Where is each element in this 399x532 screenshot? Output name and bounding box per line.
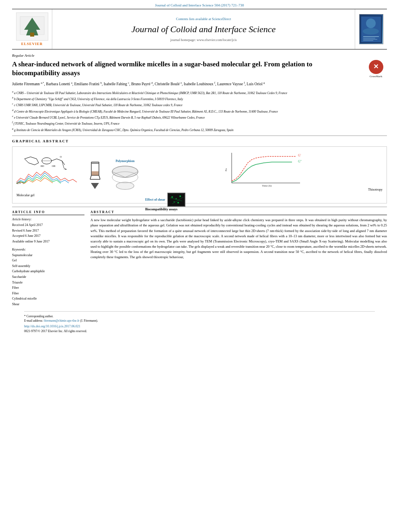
revised-date: Revised 6 June 2017 — [12, 228, 84, 234]
available-online-date: Available online 9 June 2017 — [12, 239, 84, 244]
keyword-carbohydrate: Carbohydrate amphiphile — [12, 269, 84, 274]
journal-cover-area — [355, 9, 387, 49]
doi-link[interactable]: http://dx.doi.org/10.1016/j.jcis.2017.06… — [24, 325, 375, 328]
article-type-label: Regular Article — [12, 53, 387, 58]
tem-image-placeholder — [167, 193, 185, 207]
journal-header: ELSEVIER Contents lists available at Sci… — [12, 9, 387, 49]
affiliation-c: c c CNRS UMR 5068, LSPCMIB, Université d… — [12, 102, 387, 107]
graphical-abstract-header: GRAPHICAL ABSTRACT — [12, 139, 387, 143]
section-divider — [12, 136, 387, 136]
affiliations: a a CNRS – Université de Toulouse III Pa… — [12, 90, 387, 133]
contents-available-text: Contents lists available at ScienceDirec… — [176, 17, 231, 21]
svg-line-14 — [35, 163, 39, 165]
journal-cover-image — [359, 14, 383, 44]
svg-rect-8 — [363, 38, 375, 39]
svg-rect-2 — [30, 33, 34, 37]
journal-reference-bar: Journal of Colloid and Interface Science… — [0, 0, 399, 9]
journal-name-header: Journal of Colloid and Interface Science — [132, 24, 276, 35]
svg-rect-7 — [363, 36, 379, 37]
thixotropy-label: Thixotropy — [145, 188, 383, 191]
crossmark-icon: ✕ — [369, 60, 383, 74]
article-info-column: ARTICLE INFO Article history: Received 2… — [12, 210, 84, 307]
svg-point-5 — [366, 18, 376, 28]
svg-line-20 — [57, 159, 62, 161]
polymorphism-shapes — [110, 163, 140, 191]
two-column-section: ARTICLE INFO Article history: Received 2… — [12, 210, 387, 307]
corresponding-author-note: * Corresponding author. E-mail address: … — [24, 314, 375, 323]
svg-line-12 — [31, 157, 37, 159]
molecular-gel-label: Molecular gel — [16, 193, 35, 197]
affiliation-f: f f TONIC, Toulouse NeuroImaging Center,… — [12, 120, 387, 126]
graphical-abstract-content: OH HO O N₃ q (Å⁻¹) M — [16, 151, 383, 199]
svg-point-52 — [176, 198, 177, 199]
svg-line-15 — [29, 163, 35, 165]
keyword-fibre: Fibre — [12, 291, 84, 296]
svg-text:Pa: Pa — [224, 168, 228, 171]
affiliation-a: a a CNRS – Université de Toulouse III Pa… — [12, 90, 387, 95]
svg-line-30 — [99, 175, 100, 179]
svg-point-55 — [177, 202, 179, 203]
abstract-column: ABSTRACT A new low molecular weight hydr… — [90, 210, 387, 307]
keyword-self-assembly: Self-assembly — [12, 263, 84, 269]
accepted-date: Accepted 6 June 2017 — [12, 233, 84, 239]
journal-homepage-text: journal homepage: www.elsevier.com/locat… — [170, 38, 237, 42]
svg-point-43 — [116, 182, 134, 189]
svg-rect-9 — [363, 39, 377, 40]
elsevier-logo-image — [16, 12, 48, 41]
polymorphism-label: Polymorphism — [115, 159, 134, 163]
crossmark-badge[interactable]: ✕ CrossMark — [365, 60, 387, 78]
affiliation-b: b b Department of Chemistry "Ugo Schiff"… — [12, 96, 387, 101]
svg-line-13 — [37, 159, 39, 163]
keyword-gel: Gel — [12, 258, 84, 263]
footer-section: * Corresponding author. E-mail address: … — [24, 311, 375, 333]
svg-marker-36 — [91, 183, 99, 189]
svg-point-6 — [363, 28, 379, 35]
effect-shear-label: Effect of shear — [145, 198, 165, 201]
article-info-header: ARTICLE INFO — [12, 210, 84, 215]
elsevier-logo-area: ELSEVIER — [12, 9, 52, 49]
svg-text:O: O — [60, 156, 62, 158]
journal-ref-text: Journal of Colloid and Interface Science… — [155, 3, 244, 7]
arrow-down-icon — [91, 183, 99, 189]
svg-text:q (Å⁻¹): q (Å⁻¹) — [16, 181, 24, 184]
article-history-label: Article history: — [12, 218, 84, 221]
received-date: Received 24 April 2017 — [12, 222, 84, 228]
keyword-shear: Shear — [12, 302, 84, 307]
page: Journal of Colloid and Interface Science… — [0, 0, 399, 532]
crossmark-label: CrossMark — [370, 75, 383, 78]
keyword-cylindrical-micelle: Cylindrical micelle — [12, 296, 84, 302]
keyword-supramolecular: Supramolecular — [12, 253, 84, 258]
keyword-fiber: Fiber — [12, 285, 84, 291]
journal-title-area: Contents lists available at ScienceDirec… — [52, 9, 355, 49]
abstract-text: A new low molecular weight hydrogelator … — [90, 218, 387, 260]
svg-text:HO: HO — [41, 165, 44, 167]
sciencedirect-link[interactable]: ScienceDirect — [212, 17, 231, 21]
article-body: Regular Article A shear-induced network … — [12, 49, 387, 337]
elsevier-label: ELSEVIER — [21, 42, 43, 46]
graphical-abstract-box: OH HO O N₃ q (Å⁻¹) M — [12, 146, 387, 203]
beaker-icon — [88, 161, 102, 181]
svg-text:G': G' — [298, 154, 301, 157]
svg-line-11 — [25, 157, 31, 159]
svg-rect-32 — [92, 171, 99, 175]
svg-rect-10 — [363, 40, 373, 41]
keyword-saccharide: Saccharide — [12, 274, 84, 280]
svg-line-29 — [90, 175, 91, 179]
article-title: A shear-induced network of aligned worml… — [12, 60, 387, 78]
svg-line-19 — [51, 159, 57, 161]
svg-line-16 — [25, 159, 29, 163]
keyword-triazole: Triazole — [12, 280, 84, 286]
copyright-text: 0021-9797/© 2017 Elsevier Inc. All right… — [24, 329, 375, 333]
email-link[interactable]: fitremann@chimie.ups-tlse.fr — [44, 319, 80, 322]
affiliation-e: e e Université Claude Bernard UCBL Lyon1… — [12, 114, 387, 120]
ga-molecular-structure: OH HO O N₃ q (Å⁻¹) M — [16, 153, 81, 197]
article-history-items: Received 24 April 2017 Revised 6 June 20… — [12, 222, 84, 244]
affiliation-g: g g Instituto de Ciencia de Materiales d… — [12, 127, 387, 132]
thixotropy-chart: G' G'' Time (h) Pa — [145, 151, 383, 187]
keywords-label: Keywords: — [12, 248, 84, 251]
svg-point-51 — [171, 196, 173, 198]
svg-text:OH: OH — [52, 165, 56, 167]
section-divider-2 — [12, 207, 387, 207]
svg-text:Time (h): Time (h) — [262, 184, 272, 187]
authors-line: Juliette Fitremann a,*, Barbara Lonetti … — [12, 81, 387, 87]
